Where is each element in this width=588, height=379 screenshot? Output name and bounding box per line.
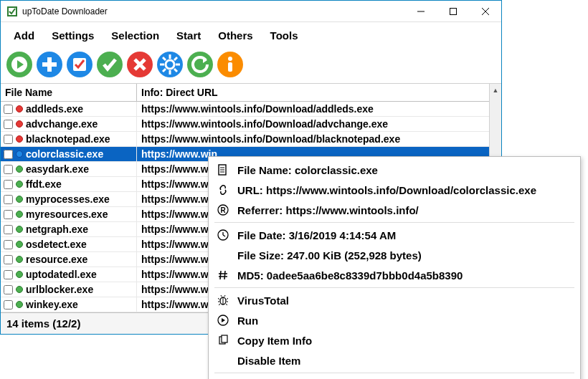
svg-rect-2 — [450, 8, 456, 14]
status-dot-icon — [16, 120, 23, 128]
file-name: easydark.exe — [26, 163, 89, 175]
cell-file: myresources.exe — [1, 207, 137, 221]
titlebar: upToDate Downloader — [1, 1, 501, 22]
ctx-size[interactable]: File Size: 247.00 KiB (252,928 bytes) — [209, 245, 580, 265]
app-icon — [6, 6, 18, 17]
maximize-button[interactable] — [437, 1, 469, 21]
row-checkbox[interactable] — [4, 150, 13, 159]
cell-file: uptodatedl.exe — [1, 267, 137, 282]
grid-header: File Name Info: Direct URL — [1, 84, 501, 102]
context-menu: File Name: colorclassic.exe URL: https:/… — [208, 156, 581, 379]
link-icon — [216, 183, 230, 197]
close-button[interactable] — [469, 1, 501, 21]
file-name: myresources.exe — [26, 208, 108, 220]
row-checkbox[interactable] — [4, 105, 13, 114]
row-checkbox[interactable] — [4, 135, 13, 144]
file-name: ffdt.exe — [26, 178, 62, 190]
svg-line-50 — [226, 304, 227, 305]
ctx-md5-text: MD5: 0adee5aa6be8c8339d7bbb0d4a5b8390 — [237, 269, 463, 282]
ok-button[interactable] — [95, 50, 124, 79]
row-checkbox[interactable] — [4, 270, 13, 279]
cancel-button[interactable] — [125, 50, 154, 79]
separator — [214, 373, 574, 373]
table-row[interactable]: addleds.exehttps://www.wintools.info/Dow… — [1, 102, 501, 117]
menu-add[interactable]: Add — [6, 27, 42, 44]
play-button[interactable] — [5, 50, 34, 79]
row-checkbox[interactable] — [4, 180, 13, 189]
menu-start[interactable]: Start — [169, 27, 208, 44]
scroll-up-icon[interactable]: ▲ — [490, 84, 501, 96]
ctx-date[interactable]: File Date: 3/16/2019 4:14:54 AM — [209, 225, 580, 245]
cell-file: easydark.exe — [1, 162, 137, 176]
menu-tools[interactable]: Tools — [263, 27, 305, 44]
clock-icon — [216, 228, 230, 242]
row-checkbox[interactable] — [4, 285, 13, 294]
row-checkbox[interactable] — [4, 225, 13, 234]
settings-button[interactable] — [156, 50, 184, 79]
status-dot-icon — [16, 105, 23, 112]
menu-settings[interactable]: Settings — [44, 27, 101, 44]
blank-icon — [216, 248, 230, 262]
minimize-button[interactable] — [404, 1, 437, 21]
row-checkbox[interactable] — [4, 255, 13, 264]
svg-text:R: R — [220, 206, 226, 214]
file-icon — [216, 163, 230, 177]
file-name: netgraph.exe — [26, 224, 88, 235]
row-checkbox[interactable] — [4, 300, 13, 310]
table-row[interactable]: advchange.exehttps://www.wintools.info/D… — [1, 117, 501, 132]
ctx-disable-text: Disable Item — [237, 355, 300, 367]
cell-file: resource.exe — [1, 252, 137, 267]
ctx-url[interactable]: URL: https://www.wintools.info/Download/… — [209, 180, 580, 200]
col-header-url[interactable]: Info: Direct URL — [137, 84, 501, 101]
status-dot-icon — [16, 196, 23, 203]
ctx-size-text: File Size: 247.00 KiB (252,928 bytes) — [237, 249, 422, 262]
svg-rect-55 — [222, 335, 227, 342]
ctx-filename-text: File Name: colorclassic.exe — [237, 164, 378, 176]
svg-point-26 — [187, 52, 213, 77]
window-title: upToDate Downloader — [22, 6, 404, 16]
play-icon — [216, 313, 230, 327]
col-header-file[interactable]: File Name — [1, 84, 137, 101]
file-name: addleds.exe — [26, 103, 83, 115]
svg-line-45 — [218, 298, 219, 299]
bug-icon — [216, 293, 230, 307]
row-checkbox[interactable] — [4, 240, 13, 249]
add-button[interactable] — [35, 50, 64, 79]
ctx-disable[interactable]: Disable Item — [209, 350, 580, 370]
file-name: colorclassic.exe — [26, 148, 103, 160]
select-button[interactable] — [65, 50, 94, 79]
copy-icon — [216, 333, 230, 347]
svg-line-39 — [220, 271, 221, 279]
ctx-virustotal[interactable]: VirusTotal — [209, 290, 580, 310]
table-row[interactable]: blacknotepad.exehttps://www.wintools.inf… — [1, 132, 501, 147]
ctx-run[interactable]: Run — [209, 310, 580, 330]
ctx-copy-text: Copy Item Info — [237, 335, 312, 347]
status-dot-icon — [16, 150, 23, 158]
ctx-copy[interactable]: Copy Item Info — [209, 330, 580, 350]
status-dot-icon — [16, 181, 23, 188]
ctx-referrer-text: Referrer: https://www.wintools.info/ — [237, 204, 419, 216]
row-checkbox[interactable] — [4, 195, 13, 204]
info-button[interactable] — [216, 50, 245, 79]
svg-line-49 — [219, 304, 220, 305]
file-name: blacknotepad.exe — [26, 133, 110, 145]
ctx-md5[interactable]: MD5: 0adee5aa6be8c8339d7bbb0d4a5b8390 — [209, 265, 580, 285]
row-checkbox[interactable] — [4, 210, 13, 219]
svg-line-40 — [224, 271, 225, 279]
menu-selection[interactable]: Selection — [104, 27, 166, 44]
menu-others[interactable]: Others — [211, 27, 260, 44]
file-name: resource.exe — [26, 254, 87, 265]
cell-file: colorclassic.exe — [1, 147, 137, 161]
svg-line-51 — [221, 295, 222, 297]
ctx-bookmark[interactable]: Add Bookmark — [209, 375, 580, 379]
row-checkbox[interactable] — [4, 165, 13, 174]
cell-file: ffdt.exe — [1, 177, 137, 191]
cell-file: advchange.exe — [1, 117, 137, 131]
hash-icon — [216, 268, 230, 282]
file-name: urlblocker.exe — [26, 284, 93, 295]
ctx-filename[interactable]: File Name: colorclassic.exe — [209, 160, 580, 180]
registered-icon: R — [216, 203, 230, 217]
refresh-button[interactable] — [186, 50, 214, 79]
row-checkbox[interactable] — [4, 120, 13, 129]
ctx-referrer[interactable]: RReferrer: https://www.wintools.info/ — [209, 200, 580, 220]
